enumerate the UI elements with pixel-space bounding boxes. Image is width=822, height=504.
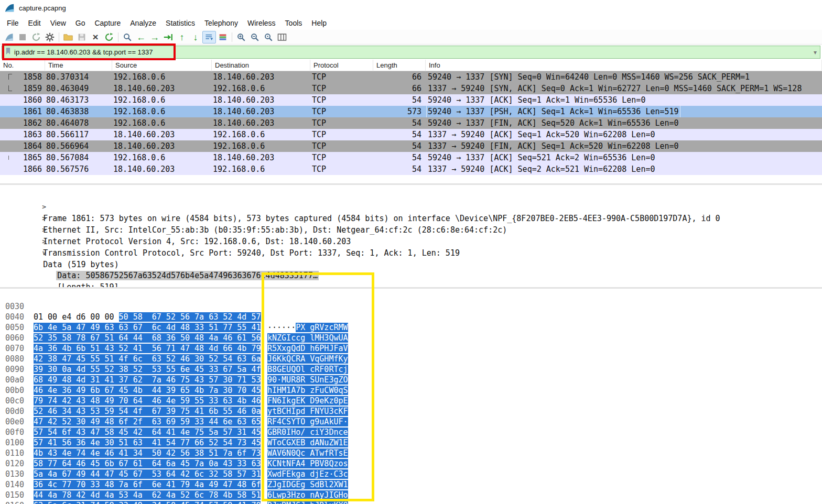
packet-time: 80.566964 xyxy=(46,140,89,152)
column-header-time[interactable]: Time xyxy=(45,60,112,71)
hex-row[interactable]: 00d0 47 42 52 30 49 48 6f 2f 63 69 59 33… xyxy=(0,396,822,406)
stop-capture-icon[interactable] xyxy=(16,31,29,43)
hex-row[interactable]: 0050 52 35 58 78 67 51 64 44 68 36 50 48… xyxy=(0,312,822,322)
zoom-reset-icon[interactable] xyxy=(262,31,275,43)
hex-row[interactable]: 00a0 46 4e 36 49 6b 67 45 4b 44 39 65 4b… xyxy=(0,364,822,375)
packet-no: 1859 xyxy=(0,83,42,94)
packet-source: 18.140.60.203 xyxy=(113,83,175,94)
hex-row[interactable]: 0030 01 00 e4 d6 00 00 50 58 67 52 56 7a… xyxy=(0,291,822,301)
menu-item[interactable]: Edit xyxy=(24,17,46,29)
zoom-in-icon[interactable] xyxy=(234,31,248,43)
hex-row[interactable]: 00f0 57 41 56 36 4e 30 51 63 41 54 77 66… xyxy=(0,417,822,427)
detail-line[interactable]: > Ethernet II, Src: IntelCor_55:ab:3b (b… xyxy=(0,201,822,212)
packet-row[interactable]: 1859 80.463049 18.140.60.203 192.168.0.6… xyxy=(0,83,822,94)
hex-row[interactable]: 0170 6f 38 26 0a 7b 42 52 6c 42 6c 47 6c… xyxy=(0,500,822,504)
hex-row[interactable]: 0160 59 46 69 78 46 46 32 34 38 0a 63 77… xyxy=(0,490,822,500)
menu-item[interactable]: Telephony xyxy=(200,17,243,29)
close-file-icon[interactable]: × xyxy=(89,31,102,43)
packet-row[interactable]: 1861 80.463838 192.168.0.6 18.140.60.203… xyxy=(0,106,822,117)
packet-time: 80.370314 xyxy=(46,71,89,83)
zoom-out-icon[interactable] xyxy=(248,31,262,43)
find-packet-icon[interactable] xyxy=(121,31,134,43)
display-filter-field[interactable]: ▾ xyxy=(2,46,820,59)
go-forward-icon[interactable]: → xyxy=(148,31,161,43)
save-file-icon[interactable] xyxy=(75,31,89,43)
packet-no: 1860 xyxy=(0,94,42,106)
column-header-info[interactable]: Info xyxy=(426,60,822,71)
packet-row[interactable]: 1863 80.566117 18.140.60.203 192.168.0.6… xyxy=(0,129,822,140)
packet-row[interactable]: 1864 80.566964 18.140.60.203 192.168.0.6… xyxy=(0,140,822,152)
column-header-source[interactable]: Source xyxy=(112,60,212,71)
hex-row[interactable]: 0130 36 4c 77 70 33 48 7a 6f 6e 41 79 4a… xyxy=(0,458,822,469)
go-to-packet-icon[interactable] xyxy=(161,31,175,43)
open-file-icon[interactable] xyxy=(61,31,75,43)
detail-line[interactable]: [Length: 519] xyxy=(0,258,822,270)
restart-capture-icon[interactable] xyxy=(29,31,43,43)
menu-item[interactable]: Go xyxy=(71,17,90,29)
packet-row[interactable]: 1858 80.370314 192.168.0.6 18.140.60.203… xyxy=(0,71,822,83)
packet-no: 1858 xyxy=(0,71,42,83)
filter-dropdown-arrow-icon[interactable]: ▾ xyxy=(814,49,817,56)
go-back-icon[interactable]: ← xyxy=(134,31,148,43)
detail-line[interactable]: > Frame 1861: 573 bytes on wire (4584 bi… xyxy=(0,189,822,201)
packet-details-pane: > Frame 1861: 573 bytes on wire (4584 bi… xyxy=(0,185,822,287)
hex-row[interactable]: 0100 4b 43 4e 74 4e 46 41 34 50 42 56 38… xyxy=(0,427,822,437)
packet-length: 54 xyxy=(373,152,421,163)
packet-source: 192.168.0.6 xyxy=(113,94,165,106)
hex-row[interactable]: 0090 68 49 48 4d 31 41 37 62 7a 46 75 43… xyxy=(0,354,822,364)
packet-length: 54 xyxy=(373,129,421,140)
hex-row[interactable]: 0060 4a 36 4b 6b 51 43 52 41 56 71 47 48… xyxy=(0,322,822,333)
packet-row[interactable]: 1860 80.463173 192.168.0.6 18.140.60.203… xyxy=(0,94,822,106)
display-filter-input[interactable] xyxy=(14,48,810,56)
expand-chevron-icon[interactable]: > xyxy=(42,224,52,236)
hex-row[interactable]: 0150 63 5a 6c 31 74 58 33 49 34 50 45 74… xyxy=(0,479,822,490)
menu-item[interactable]: View xyxy=(46,17,71,29)
filter-bookmark-icon[interactable] xyxy=(5,47,11,57)
toolbar-separator xyxy=(118,32,118,42)
menu-item[interactable]: Tools xyxy=(280,17,307,29)
packet-info: 1337 → 59240 [FIN, ACK] Seq=1 Ack=520 Wi… xyxy=(428,140,679,152)
column-header-no[interactable]: No. xyxy=(0,60,45,71)
colorize-icon[interactable] xyxy=(216,31,230,43)
expand-chevron-icon[interactable]: > xyxy=(42,236,52,247)
go-first-packet-icon[interactable]: ↑ xyxy=(175,31,189,43)
start-capture-icon[interactable] xyxy=(2,31,16,43)
hex-row[interactable]: 0120 5a 4a 67 49 44 47 45 67 53 64 42 6c… xyxy=(0,448,822,458)
column-header-protocol[interactable]: Protocol xyxy=(310,60,373,71)
packet-row[interactable]: 1862 80.464078 192.168.0.6 18.140.60.203… xyxy=(0,117,822,129)
packet-time: 80.566117 xyxy=(46,129,89,140)
menu-item[interactable]: Analyze xyxy=(125,17,161,29)
hex-row[interactable]: 00e0 57 54 6f 43 47 58 45 42 64 41 4e 75… xyxy=(0,406,822,417)
menu-item[interactable]: File xyxy=(2,17,24,29)
menu-item[interactable]: Capture xyxy=(90,17,125,29)
expand-chevron-icon[interactable]: > xyxy=(42,201,52,213)
hex-row[interactable]: 0110 58 77 64 46 45 6b 67 61 64 6a 45 7a… xyxy=(0,437,822,448)
packet-info: 1337 → 59240 [ACK] Seq=1 Ack=520 Win=622… xyxy=(428,129,655,140)
auto-scroll-icon[interactable] xyxy=(202,31,216,43)
go-last-packet-icon[interactable]: ↓ xyxy=(189,31,202,43)
packet-info: 59240 → 1337 [SYN] Seq=0 Win=64240 Len=0… xyxy=(428,71,750,83)
resize-columns-icon[interactable] xyxy=(275,31,289,43)
packet-row[interactable]: 1866 80.567576 18.140.60.203 192.168.0.6… xyxy=(0,163,822,175)
hex-row[interactable]: 0070 42 38 47 45 55 51 4f 6c 63 52 46 30… xyxy=(0,333,822,343)
menu-item[interactable]: Statistics xyxy=(161,17,200,29)
packet-row[interactable]: 1865 80.567084 192.168.0.6 18.140.60.203… xyxy=(0,152,822,163)
packet-protocol: TCP xyxy=(312,163,326,175)
packet-destination: 18.140.60.203 xyxy=(213,117,274,129)
menu-item[interactable]: Help xyxy=(307,17,331,29)
filter-bar: ▾ xyxy=(0,45,822,60)
hex-row[interactable]: 00b0 79 74 42 43 48 49 70 64 46 4e 59 55… xyxy=(0,375,822,385)
hex-row[interactable]: 0040 6b 4e 5a 47 49 63 63 67 6c 4d 48 33… xyxy=(0,301,822,312)
hex-row[interactable]: 0080 39 30 0a 4d 55 52 38 52 53 55 6e 45… xyxy=(0,343,822,354)
expand-chevron-icon[interactable]: ∨ xyxy=(42,247,52,259)
packet-length: 54 xyxy=(373,94,421,106)
column-header-destination[interactable]: Destination xyxy=(212,60,310,71)
reload-icon[interactable] xyxy=(102,31,116,43)
hex-row[interactable]: 0140 44 4a 78 42 4d 4a 53 4a 62 4a 52 6c… xyxy=(0,469,822,479)
capture-options-icon[interactable] xyxy=(43,31,57,43)
menu-item[interactable]: Wireless xyxy=(243,17,280,29)
hex-row[interactable]: 00c0 52 46 34 43 53 59 54 4f 67 39 75 41… xyxy=(0,385,822,396)
expand-chevron-icon[interactable]: > xyxy=(42,213,52,224)
packet-length: 573 xyxy=(373,106,421,117)
column-header-length[interactable]: Length xyxy=(373,60,426,71)
